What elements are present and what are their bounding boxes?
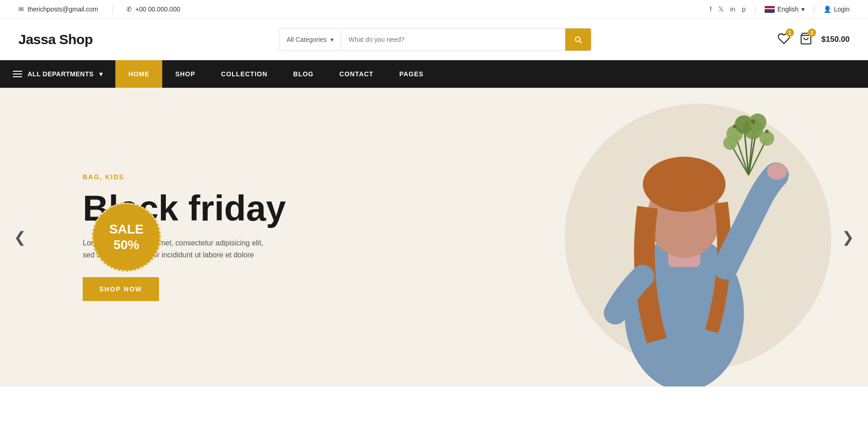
- nav-item-shop[interactable]: SHOP: [162, 60, 208, 88]
- language-selector[interactable]: English ▾: [765, 6, 805, 13]
- category-label: All Categories: [287, 36, 327, 43]
- header-actions: 1 3 $150.00: [777, 32, 850, 47]
- email-icon: ✉: [18, 6, 24, 13]
- sale-badge: SALE 50%: [92, 203, 161, 272]
- top-bar-left: ✉ therichposts@gmail.com ✆ +00 00.000.00…: [18, 5, 180, 14]
- language-label: English: [777, 6, 799, 13]
- facebook-icon[interactable]: f: [710, 5, 712, 13]
- sale-text-line1: SALE: [109, 222, 144, 237]
- cart-total: $150.00: [822, 35, 850, 44]
- twitter-icon[interactable]: 𝕏: [718, 5, 724, 13]
- login-button[interactable]: 👤 Login: [823, 6, 850, 13]
- user-icon: 👤: [823, 6, 831, 13]
- nav-item-blog[interactable]: BLOG: [280, 60, 326, 88]
- linkedin-icon[interactable]: in: [730, 5, 736, 13]
- email-address: therichposts@gmail.com: [28, 6, 98, 13]
- hero-category: BAG, KIDS: [83, 173, 868, 181]
- wishlist-badge: 1: [786, 28, 794, 37]
- hamburger-icon: [13, 71, 22, 77]
- svg-point-20: [765, 130, 769, 133]
- svg-point-18: [733, 125, 737, 128]
- search-bar: All Categories ▾: [279, 28, 591, 51]
- pinterest-icon[interactable]: p: [742, 5, 745, 13]
- header: Jassa Shop All Categories ▾ 1 3: [0, 19, 868, 60]
- cart-button[interactable]: 3: [800, 32, 812, 47]
- departments-chevron: ▾: [99, 70, 103, 78]
- nav-items: HOME SHOP COLLECTION BLOG CONTACT PAGES: [115, 60, 868, 88]
- nav-item-collection[interactable]: COLLECTION: [208, 60, 280, 88]
- hero-section: BAG, KIDS Black friday Lorem ipsum dolor…: [0, 88, 868, 387]
- slider-next-button[interactable]: ❯: [837, 224, 859, 250]
- svg-point-17: [723, 136, 737, 150]
- svg-point-19: [751, 119, 755, 124]
- sale-text-line2: 50%: [113, 237, 139, 253]
- phone-icon: ✆: [126, 6, 132, 13]
- hero-title: Black friday: [83, 189, 868, 228]
- category-dropdown[interactable]: All Categories ▾: [279, 28, 341, 51]
- all-departments-button[interactable]: ALL DEPARTMENTS ▾: [0, 60, 115, 88]
- search-button[interactable]: [565, 28, 591, 51]
- site-logo[interactable]: Jassa Shop: [18, 32, 93, 47]
- language-chevron: ▾: [801, 6, 805, 13]
- phone-contact: ✆ +00 00.000.000: [126, 6, 181, 13]
- nav-item-pages[interactable]: PAGES: [386, 60, 437, 88]
- main-navigation: ALL DEPARTMENTS ▾ HOME SHOP COLLECTION B…: [0, 60, 868, 88]
- wishlist-button[interactable]: 1: [777, 32, 790, 47]
- shop-now-button[interactable]: SHOP NOW: [83, 277, 159, 301]
- social-icons: f 𝕏 in p: [710, 5, 746, 13]
- chevron-down-icon: ▾: [330, 36, 334, 43]
- search-icon: [573, 35, 583, 44]
- nav-item-home[interactable]: HOME: [115, 60, 162, 88]
- email-contact: ✉ therichposts@gmail.com: [18, 6, 98, 13]
- slider-prev-button[interactable]: ❮: [9, 224, 31, 250]
- login-label: Login: [834, 6, 850, 13]
- phone-number: +00 00.000.000: [136, 6, 181, 13]
- top-bar-right: f 𝕏 in p English ▾ 👤 Login: [710, 5, 850, 14]
- departments-label: ALL DEPARTMENTS: [28, 70, 94, 78]
- flag-icon: [765, 6, 775, 13]
- cart-badge: 3: [808, 28, 816, 37]
- top-bar: ✉ therichposts@gmail.com ✆ +00 00.000.00…: [0, 0, 868, 19]
- nav-item-contact[interactable]: CONTACT: [327, 60, 386, 88]
- search-input[interactable]: [341, 28, 565, 51]
